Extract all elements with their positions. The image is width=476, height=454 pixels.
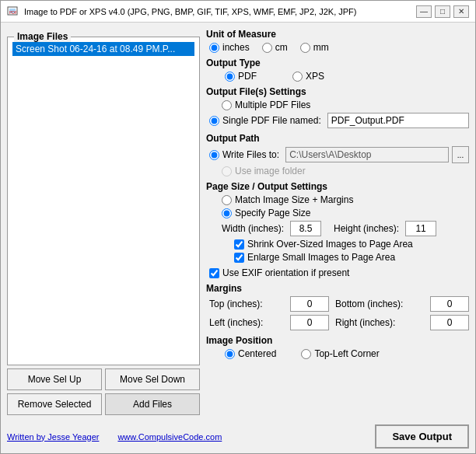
move-up-button[interactable]: Move Sel Up: [7, 368, 102, 390]
page-dimensions-row: Width (inches): Height (inches):: [206, 221, 469, 236]
output-path-input[interactable]: [285, 147, 449, 162]
radio-inches-input[interactable]: [209, 43, 219, 53]
bottom-label: Bottom (inches):: [335, 299, 424, 309]
radio-multiple-pdf-label: Multiple PDF Files: [235, 100, 310, 110]
main-content: Image Files Screen Shot 06-24-16 at 08.4…: [1, 23, 475, 421]
exif-label: Use EXIF orientation if present: [222, 267, 349, 278]
unit-of-measure-title: Unit of Measure: [206, 29, 469, 40]
radio-mm-label: mm: [313, 42, 329, 53]
svg-text:PDF: PDF: [9, 10, 17, 15]
move-down-button[interactable]: Move Sel Down: [105, 368, 200, 390]
right-panel: Unit of Measure inches cm mm: [206, 29, 469, 415]
exif-checkbox-input[interactable]: [209, 268, 219, 278]
radio-match-image-input[interactable]: [222, 195, 232, 205]
radio-specify-size-label: Specify Page Size: [235, 208, 310, 218]
radio-cm[interactable]: cm: [262, 42, 288, 53]
single-pdf-row: Single PDF File named:: [206, 113, 469, 128]
remove-selected-button[interactable]: Remove Selected: [7, 393, 102, 415]
save-output-button[interactable]: Save Output: [375, 424, 469, 449]
add-files-button[interactable]: Add Files: [105, 393, 200, 415]
left-label: Left (inches):: [209, 317, 284, 328]
title-bar: PDF Image to PDF or XPS v4.0 (JPG, PNG, …: [1, 1, 475, 23]
browse-button[interactable]: ...: [452, 146, 469, 163]
radio-multiple-pdf[interactable]: Multiple PDF Files: [206, 100, 469, 110]
margins-section: Margins Top (inches): Bottom (inches): L…: [206, 283, 469, 330]
radio-write-to-input[interactable]: [209, 150, 219, 160]
footer: Written by Jesse Yeager www.CompulsiveCo…: [1, 421, 475, 453]
move-buttons-row: Move Sel Up Move Sel Down: [7, 368, 200, 390]
image-position-title: Image Position: [206, 335, 469, 346]
radio-specify-size[interactable]: Specify Page Size: [206, 208, 469, 218]
radio-xps[interactable]: XPS: [292, 71, 324, 82]
image-position-radio-row: Centered Top-Left Corner: [206, 348, 469, 359]
shrink-label: Shrink Over-Sized Images to Page Area: [247, 239, 413, 250]
radio-mm[interactable]: mm: [300, 42, 329, 53]
exif-checkbox[interactable]: Use EXIF orientation if present: [206, 267, 469, 278]
height-label: Height (inches):: [334, 223, 399, 234]
action-buttons-row: Remove Selected Add Files: [7, 393, 200, 415]
maximize-button[interactable]: □: [435, 5, 450, 18]
radio-use-image-folder[interactable]: Use image folder: [206, 166, 469, 176]
shrink-checkbox-input[interactable]: [234, 239, 244, 250]
single-pdf-name-input[interactable]: [327, 113, 469, 128]
left-buttons: Move Sel Up Move Sel Down Remove Selecte…: [7, 368, 200, 415]
page-size-title: Page Size / Output Settings: [206, 181, 469, 192]
radio-specify-size-input[interactable]: [222, 208, 232, 218]
bottom-margin-input[interactable]: [430, 296, 469, 312]
radio-centered[interactable]: Centered: [225, 348, 276, 359]
close-button[interactable]: ✕: [453, 5, 469, 18]
minimize-button[interactable]: —: [416, 5, 432, 18]
output-type-radio-row: PDF XPS: [206, 71, 469, 82]
radio-pdf-input[interactable]: [225, 72, 235, 82]
radio-inches[interactable]: inches: [209, 42, 250, 53]
output-files-title: Output File(s) Settings: [206, 86, 469, 97]
unit-radio-row: inches cm mm: [206, 42, 469, 53]
radio-match-image[interactable]: Match Image Size + Margins: [206, 194, 469, 205]
margins-title: Margins: [206, 283, 469, 294]
app-icon: PDF: [7, 5, 19, 18]
enlarge-checkbox[interactable]: Enlarge Small Images to Page Area: [206, 252, 469, 263]
left-margin-input[interactable]: [290, 315, 329, 330]
radio-centered-label: Centered: [238, 348, 276, 359]
radio-top-left-input[interactable]: [301, 349, 311, 359]
main-window: PDF Image to PDF or XPS v4.0 (JPG, PNG, …: [0, 0, 476, 454]
radio-top-left-label: Top-Left Corner: [314, 348, 379, 359]
radio-mm-input[interactable]: [300, 43, 310, 53]
radio-single-pdf-label: Single PDF File named:: [222, 115, 321, 126]
radio-top-left[interactable]: Top-Left Corner: [301, 348, 379, 359]
unit-of-measure-section: Unit of Measure inches cm mm: [206, 29, 469, 53]
right-label: Right (inches):: [335, 317, 424, 328]
radio-use-image-folder-label: Use image folder: [235, 166, 306, 176]
footer-links: Written by Jesse Yeager www.CompulsiveCo…: [7, 432, 222, 442]
radio-write-to[interactable]: Write Files to:: [209, 149, 279, 160]
radio-xps-input[interactable]: [292, 72, 303, 82]
width-input[interactable]: [290, 221, 321, 236]
radio-match-image-label: Match Image Size + Margins: [235, 194, 353, 205]
file-list[interactable]: Screen Shot 06-24-16 at 08.49 PM.P...: [11, 40, 196, 361]
radio-pdf-label: PDF: [238, 71, 257, 82]
radio-multiple-pdf-input[interactable]: [222, 100, 232, 110]
radio-centered-input[interactable]: [225, 349, 235, 359]
author-link[interactable]: Written by Jesse Yeager: [7, 432, 99, 442]
radio-inches-label: inches: [222, 42, 250, 53]
output-path-title: Output Path: [206, 133, 469, 144]
image-files-group: Image Files Screen Shot 06-24-16 at 08.4…: [7, 37, 200, 365]
website-link[interactable]: www.CompulsiveCode.com: [117, 432, 222, 442]
radio-write-to-label: Write Files to:: [222, 149, 279, 160]
radio-use-image-folder-input[interactable]: [222, 166, 232, 176]
right-margin-input[interactable]: [430, 315, 469, 330]
radio-single-pdf-input[interactable]: [209, 116, 219, 126]
top-label: Top (inches):: [209, 299, 284, 309]
height-input[interactable]: [405, 221, 436, 236]
file-item[interactable]: Screen Shot 06-24-16 at 08.49 PM.P...: [12, 42, 194, 56]
enlarge-checkbox-input[interactable]: [234, 253, 244, 263]
radio-cm-input[interactable]: [262, 43, 272, 53]
output-type-title: Output Type: [206, 58, 469, 68]
enlarge-label: Enlarge Small Images to Page Area: [247, 252, 395, 263]
top-margin-input[interactable]: [290, 296, 329, 312]
radio-xps-label: XPS: [306, 71, 324, 82]
shrink-checkbox[interactable]: Shrink Over-Sized Images to Page Area: [206, 239, 469, 250]
radio-pdf[interactable]: PDF: [225, 71, 257, 82]
margins-grid: Top (inches): Bottom (inches): Left (inc…: [206, 296, 469, 330]
radio-single-pdf[interactable]: Single PDF File named:: [209, 115, 321, 126]
